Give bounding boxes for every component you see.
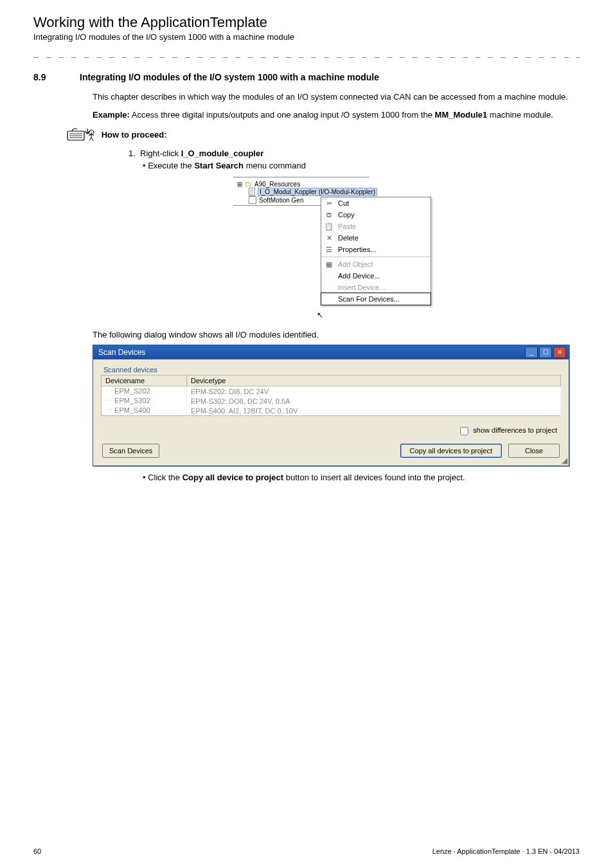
bullet-icon (143, 161, 148, 170)
menu-item-label: Insert Device... (338, 284, 385, 291)
context-menu: ✂ Cut ⧉ Copy 📋 Paste ✕ Delete ☰ Prope (321, 197, 431, 305)
cursor-icon: ↖ (317, 311, 522, 320)
menu-item-label: Add Object (338, 260, 373, 268)
minimize-button[interactable]: _ (525, 347, 538, 358)
cell-devicetype: EPM-S302: DO8, DC 24V, 0.5A (187, 396, 561, 406)
menu-item-label: Cut (338, 199, 349, 207)
page-footer: 60 Lenze · ApplicationTemplate · 1.3 EN … (33, 847, 580, 855)
group-label: Scanned devices (103, 366, 561, 374)
menu-item-delete[interactable]: ✕ Delete (321, 232, 431, 244)
copy-icon: ⧉ (324, 210, 333, 219)
menu-item-label: Properties... (338, 246, 376, 253)
show-differences-label: show differences to project (473, 427, 557, 435)
menu-item-label: Paste (338, 222, 356, 230)
howto-icon (67, 127, 96, 143)
text-run: Click the (148, 473, 182, 482)
softmotion-icon (249, 196, 256, 204)
show-differences-checkbox[interactable] (460, 427, 468, 435)
page-title: Working with the ApplicationTemplate (33, 14, 580, 31)
section-title: Integrating I/O modules of the I/O syste… (80, 72, 379, 82)
devices-table: Devicename Devicetype EPM_S202 EPM-S202:… (101, 375, 561, 416)
document-icon: ▯ (249, 188, 255, 196)
menu-item-label: Add Device... (338, 272, 380, 280)
cell-devicetype: EPM-S202: DI8, DC 24V (187, 386, 561, 397)
cell-devicetype: EPM-S400: AI2, 12BIT, DC 0..10V (187, 406, 561, 416)
menu-item-copy[interactable]: ⧉ Copy (321, 209, 431, 221)
text-run: menu command (244, 161, 306, 170)
scan-devices-dialog: Scan Devices _ ☐ ✕ Scanned devices Devic… (93, 345, 569, 466)
resize-grip-icon[interactable]: ◢ (562, 457, 567, 464)
menu-item-label: Scan For Devices... (338, 295, 400, 303)
properties-icon: ☰ (324, 245, 333, 254)
tree-selected-node[interactable]: I_O_Modul_Koppler (I/O-Modul-Koppler) (258, 188, 377, 196)
column-header-name[interactable]: Devicename (102, 375, 187, 386)
close-dialog-button[interactable]: Close (508, 444, 560, 458)
menu-item-label: Copy (338, 211, 355, 219)
example-label: Example: (93, 110, 130, 120)
menu-item-scan-devices[interactable]: Scan For Devices... (321, 293, 431, 305)
table-row[interactable]: EPM_S400 EPM-S400: AI2, 12BIT, DC 0..10V (102, 406, 561, 416)
table-row[interactable]: EPM_S202 EPM-S202: DI8, DC 24V (102, 386, 561, 397)
cell-devicename: EPM_S202 (102, 386, 187, 397)
copy-all-devices-button[interactable]: Copy all devices to project (400, 444, 502, 458)
menu-item-cut[interactable]: ✂ Cut (321, 197, 431, 209)
table-row[interactable]: EPM_S302 EPM-S302: DO8, DC 24V, 0.5A (102, 396, 561, 406)
menu-item-add-device[interactable]: Add Device... (321, 270, 431, 282)
text-run: machine module. (487, 110, 553, 120)
menu-item-label: Delete (338, 234, 359, 242)
text-run: Right-click (140, 149, 181, 158)
menu-item-insert-device: Insert Device... (321, 282, 431, 293)
expand-icon[interactable]: ⊞ (237, 181, 242, 188)
menu-item-add-object: ▦ Add Object (321, 258, 431, 270)
cell-devicename: EPM_S400 (102, 406, 187, 416)
cut-icon: ✂ (324, 199, 333, 208)
text-run: button to insert all devices found into … (283, 473, 465, 482)
column-header-type[interactable]: Devicetype (187, 375, 561, 386)
cell-devicename: EPM_S302 (102, 396, 187, 406)
page-number: 60 (33, 847, 41, 855)
dialog-title: Scan Devices (98, 348, 525, 357)
tree-node[interactable]: SoftMotion Gen (259, 197, 303, 204)
text-run: Execute the (148, 161, 194, 170)
bullet-icon (143, 473, 148, 482)
dialog-titlebar: Scan Devices _ ☐ ✕ (93, 345, 569, 359)
menu-item-paste: 📋 Paste (321, 221, 431, 232)
folder-icon: 🗀 (245, 180, 252, 188)
add-object-icon: ▦ (324, 260, 333, 269)
step-number: 1. (129, 149, 136, 158)
page-subtitle: Integrating I/O modules of the I/O syste… (33, 32, 580, 42)
paragraph: Example: Access three digital inputs/out… (93, 109, 580, 121)
menu-separator (321, 257, 431, 257)
footer-meta: Lenze · ApplicationTemplate · 1.3 EN - 0… (432, 847, 580, 855)
tree-folder-label[interactable]: A90_Resources (254, 181, 300, 188)
coupler-name: I_O_module_coupler (181, 149, 264, 158)
scan-devices-button[interactable]: Scan Devices (102, 444, 159, 458)
close-button[interactable]: ✕ (553, 347, 566, 358)
paste-icon: 📋 (324, 222, 333, 231)
module-name: MM_Module1 (435, 110, 488, 120)
separator-line: _ _ _ _ _ _ _ _ _ _ _ _ _ _ _ _ _ _ _ _ … (33, 48, 580, 58)
button-name-ref: Copy all device to project (182, 473, 284, 482)
context-menu-figure: ⊞ 🗀 A90_Resources ▯ I_O_Modul_Koppler (I… (233, 177, 439, 323)
text-run: Access three digital inputs/outputs and … (130, 110, 435, 120)
caption: The following dialog window shows all I/… (93, 330, 580, 339)
section-number: 8.9 (33, 72, 80, 82)
delete-icon: ✕ (324, 233, 333, 242)
howto-label: How to proceed: (102, 130, 167, 140)
menu-item-properties[interactable]: ☰ Properties... (321, 244, 431, 255)
paragraph: This chapter describes in which way the … (93, 91, 580, 103)
menu-command: Start Search (194, 161, 244, 170)
maximize-button[interactable]: ☐ (539, 347, 552, 358)
